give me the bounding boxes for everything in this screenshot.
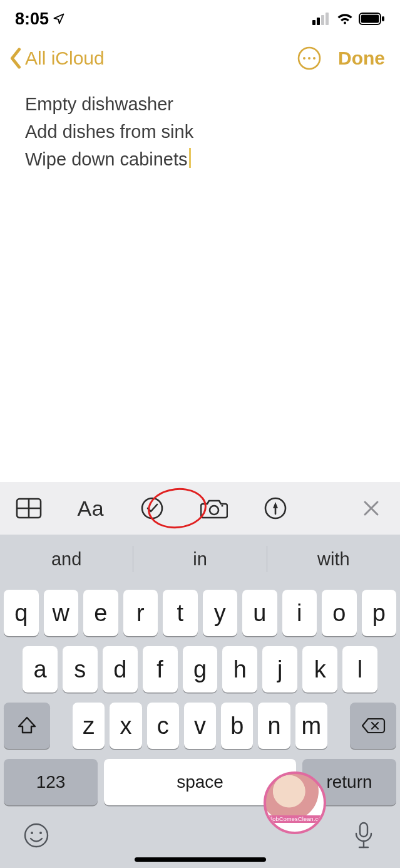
key-b[interactable]: b	[221, 703, 253, 749]
key-x[interactable]: x	[110, 703, 141, 749]
wifi-icon	[336, 13, 354, 25]
key-w[interactable]: w	[44, 590, 79, 636]
done-button[interactable]: Done	[338, 48, 391, 69]
shift-icon	[16, 715, 38, 736]
key-a[interactable]: a	[23, 646, 58, 693]
note-line: Add dishes from sink	[25, 118, 375, 145]
suggestion[interactable]: and	[0, 543, 133, 575]
key-d[interactable]: d	[103, 646, 138, 693]
shift-key[interactable]	[4, 703, 50, 749]
key-row: q w e r t y u i o p	[4, 590, 396, 636]
notes-format-toolbar: Aa	[0, 482, 400, 535]
svg-point-15	[210, 506, 218, 515]
nav-bar: All iCloud Done	[0, 38, 400, 79]
key-e[interactable]: e	[83, 590, 118, 636]
svg-point-16	[221, 505, 223, 506]
svg-rect-0	[312, 20, 315, 25]
key-f[interactable]: f	[143, 646, 178, 693]
key-r[interactable]: r	[123, 590, 158, 636]
key-row: 123 space return	[4, 759, 396, 805]
emoji-icon	[23, 822, 49, 849]
note-line: Empty dishwasher	[25, 90, 375, 118]
svg-point-23	[25, 824, 48, 847]
location-icon	[53, 13, 65, 25]
svg-point-9	[308, 57, 310, 60]
chevron-left-icon	[9, 48, 23, 69]
key-k[interactable]: k	[302, 646, 337, 693]
svg-rect-5	[361, 15, 379, 23]
status-bar: 8:05	[0, 0, 400, 38]
key-z[interactable]: z	[73, 703, 105, 749]
key-y[interactable]: y	[203, 590, 238, 636]
close-icon	[362, 499, 381, 518]
suggestion[interactable]: in	[133, 543, 266, 575]
svg-rect-2	[321, 15, 324, 25]
numbers-key[interactable]: 123	[4, 759, 98, 805]
key-row: z x c v b n m	[4, 703, 396, 749]
close-toolbar-button[interactable]	[357, 493, 386, 523]
status-time-group: 8:05	[15, 9, 65, 29]
back-button[interactable]: All iCloud	[9, 48, 105, 69]
cellular-icon	[312, 13, 331, 25]
check-circle-icon	[140, 496, 164, 520]
svg-rect-6	[382, 16, 384, 21]
keyboard-container: Aa and in with q w e r t y	[0, 482, 400, 868]
note-editor[interactable]: Empty dishwasher Add dishes from sink Wi…	[0, 79, 400, 173]
suggestion[interactable]: with	[267, 543, 400, 575]
microphone-icon	[353, 821, 374, 850]
key-u[interactable]: u	[242, 590, 277, 636]
keyboard: q w e r t y u i o p a s d f g h j k l	[0, 583, 400, 868]
watermark-text: ASlobComesClean.com	[264, 815, 326, 823]
backspace-icon	[361, 716, 386, 735]
text-cursor	[189, 148, 191, 168]
status-indicators	[312, 13, 385, 25]
table-icon	[16, 498, 42, 519]
nav-actions: Done	[295, 44, 391, 72]
svg-rect-26	[360, 823, 367, 837]
dictation-button[interactable]	[349, 820, 379, 850]
key-m[interactable]: m	[295, 703, 327, 749]
table-button[interactable]	[15, 493, 43, 523]
svg-rect-3	[326, 13, 329, 25]
key-row: a s d f g h j k l	[4, 646, 396, 693]
emoji-button[interactable]	[21, 820, 51, 850]
camera-button[interactable]	[200, 493, 228, 523]
key-c[interactable]: c	[147, 703, 179, 749]
key-l[interactable]: l	[342, 646, 377, 693]
key-o[interactable]: o	[322, 590, 357, 636]
camera-icon	[200, 498, 228, 519]
key-v[interactable]: v	[184, 703, 216, 749]
key-n[interactable]: n	[258, 703, 290, 749]
status-time: 8:05	[15, 9, 49, 29]
svg-point-24	[31, 832, 33, 834]
key-h[interactable]: h	[222, 646, 257, 693]
svg-point-10	[313, 57, 315, 60]
pen-circle-icon	[264, 496, 287, 520]
svg-point-8	[303, 57, 305, 60]
more-button[interactable]	[295, 44, 323, 72]
back-label: All iCloud	[25, 48, 105, 69]
key-j[interactable]: j	[262, 646, 297, 693]
backspace-key[interactable]	[350, 703, 396, 749]
key-g[interactable]: g	[183, 646, 218, 693]
key-q[interactable]: q	[4, 590, 39, 636]
text-format-icon: Aa	[77, 496, 104, 521]
key-t[interactable]: t	[163, 590, 198, 636]
battery-icon	[359, 13, 385, 25]
predictive-bar: and in with	[0, 535, 400, 583]
watermark-badge: ASlobComesClean.com	[264, 771, 326, 834]
svg-rect-1	[317, 18, 320, 25]
markup-button[interactable]	[262, 493, 290, 523]
key-i[interactable]: i	[282, 590, 317, 636]
checklist-button[interactable]	[138, 493, 167, 523]
key-p[interactable]: p	[362, 590, 397, 636]
ellipsis-circle-icon	[297, 46, 322, 71]
text-format-button[interactable]: Aa	[77, 493, 105, 523]
home-indicator[interactable]	[135, 857, 266, 862]
svg-point-25	[39, 832, 42, 834]
key-s[interactable]: s	[63, 646, 98, 693]
note-line: Wipe down cabinets	[25, 145, 375, 173]
svg-point-14	[142, 498, 162, 518]
